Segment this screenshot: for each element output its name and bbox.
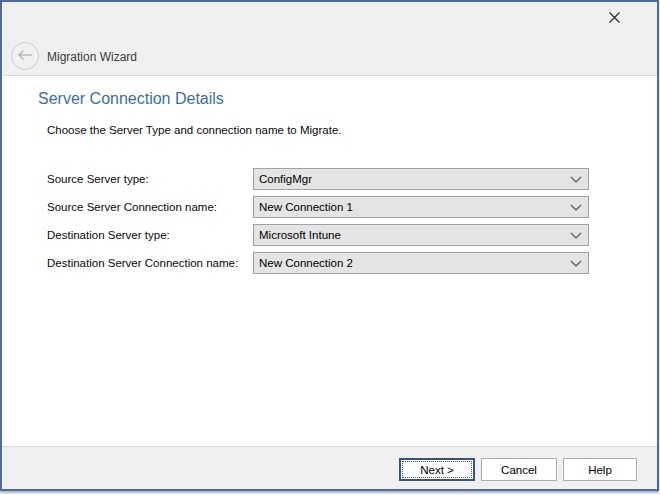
form-row-source-server-type: Source Server type: ConfigMgr	[2, 168, 657, 190]
wizard-page: Server Connection Details Choose the Ser…	[2, 77, 657, 448]
back-button[interactable]	[11, 42, 39, 70]
destination-server-type-dropdown[interactable]: Microsoft Intune	[253, 224, 589, 246]
wizard-header: Migration Wizard	[2, 2, 657, 76]
field-label-destination-connection-name: Destination Server Connection name:	[47, 252, 238, 274]
page-subtitle: Choose the Server Type and connection na…	[47, 124, 342, 136]
back-arrow-icon	[17, 47, 33, 65]
chevron-down-icon	[564, 260, 588, 267]
source-connection-name-dropdown[interactable]: New Connection 1	[253, 196, 589, 218]
chevron-down-icon	[564, 176, 588, 183]
wizard-title: Migration Wizard	[47, 50, 137, 64]
destination-connection-name-dropdown[interactable]: New Connection 2	[253, 252, 589, 274]
close-icon	[608, 10, 621, 28]
wizard-dialog: Migration Wizard Server Connection Detai…	[0, 0, 659, 491]
field-label-destination-server-type: Destination Server type:	[47, 224, 170, 246]
field-label-source-server-type: Source Server type:	[47, 168, 149, 190]
wizard-footer: Next > Cancel Help	[2, 446, 657, 489]
chevron-down-icon	[564, 204, 588, 211]
dropdown-selected-value: New Connection 1	[254, 201, 564, 213]
dropdown-selected-value: ConfigMgr	[254, 173, 564, 185]
field-label-source-connection-name: Source Server Connection name:	[47, 196, 217, 218]
next-button[interactable]: Next >	[399, 458, 475, 481]
dropdown-selected-value: Microsoft Intune	[254, 229, 564, 241]
chevron-down-icon	[564, 232, 588, 239]
cancel-button[interactable]: Cancel	[481, 458, 557, 481]
help-button[interactable]: Help	[563, 458, 637, 481]
form-row-destination-server-type: Destination Server type: Microsoft Intun…	[2, 224, 657, 246]
page-title: Server Connection Details	[38, 90, 224, 108]
form-row-destination-connection-name: Destination Server Connection name: New …	[2, 252, 657, 274]
source-server-type-dropdown[interactable]: ConfigMgr	[253, 168, 589, 190]
dropdown-selected-value: New Connection 2	[254, 257, 564, 269]
close-button[interactable]	[599, 6, 629, 32]
form-row-source-connection-name: Source Server Connection name: New Conne…	[2, 196, 657, 218]
